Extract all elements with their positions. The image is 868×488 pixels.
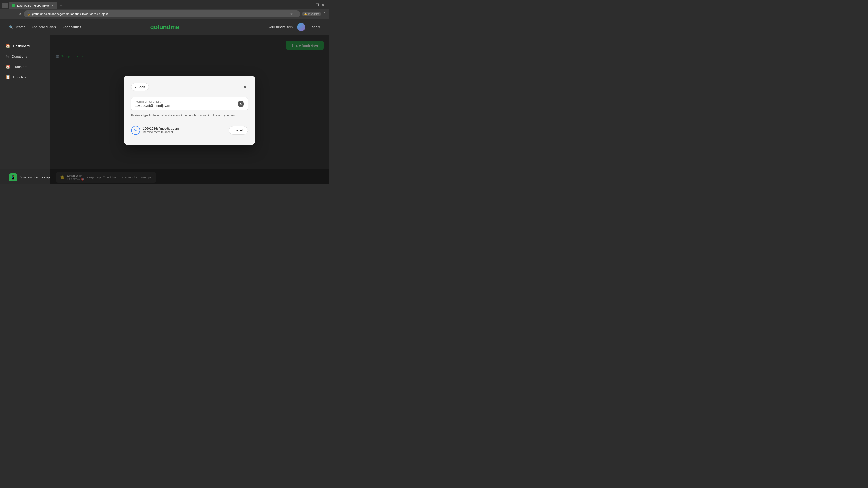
invite-hint-text: Paste or type in the email addresses of …	[131, 113, 248, 118]
maximize-button[interactable]: ❐	[316, 3, 319, 7]
active-tab: Dashboard - GoFundMe ✕	[9, 2, 57, 9]
header-left: 🔍 Search For individuals ▾ For charities	[9, 25, 81, 29]
back-button[interactable]: ‹ Back	[131, 83, 149, 91]
incognito-icon: 🕵	[304, 12, 307, 15]
modal-header: ‹ Back ✕	[131, 83, 248, 91]
sidebar-toggle-icon[interactable]: □	[295, 12, 297, 16]
updates-label: Updates	[13, 75, 26, 79]
mail-icon: ✉	[131, 126, 140, 135]
site-logo: gofundme	[150, 24, 179, 31]
reload-button[interactable]: ↻	[17, 11, 22, 17]
address-right: ☆ □	[290, 12, 297, 16]
user-name[interactable]: Jane ▾	[310, 25, 320, 29]
home-icon: 🏠	[5, 43, 10, 48]
app-download-section: 📱 Download our free app	[9, 173, 52, 182]
url-text: gofundme.com/manage/help-me-fund-raise-f…	[32, 12, 288, 15]
sidebar-item-dashboard[interactable]: 🏠 Dashboard	[0, 41, 50, 51]
incognito-badge: 🕵 Incognito	[302, 12, 321, 16]
sidebar-item-donations[interactable]: ◎ Donations	[0, 51, 50, 61]
download-label[interactable]: Download our free app	[20, 175, 52, 179]
search-link[interactable]: 🔍 Search	[9, 25, 26, 29]
donations-label: Donations	[12, 55, 27, 58]
clear-email-button[interactable]: ✕	[238, 101, 244, 107]
incognito-label: Incognito	[308, 12, 319, 15]
invite-modal: ‹ Back ✕ Team member emails 1969293d@moo…	[124, 76, 255, 145]
sidebar: 🏠 Dashboard ◎ Donations 🏠 Transfers 📋 Up…	[0, 35, 50, 184]
your-fundraisers-link[interactable]: Your fundraisers	[268, 25, 293, 29]
minimize-button[interactable]: ─	[311, 3, 313, 7]
invited-row: ✉ 1969293d@moodjoy.com Remind them to ac…	[131, 123, 248, 138]
invited-info: 1969293d@moodjoy.com Remind them to acce…	[143, 127, 226, 134]
app-icon: 📱	[9, 173, 17, 182]
search-label: Search	[15, 25, 26, 29]
tab-title: Dashboard - GoFundMe	[17, 4, 49, 7]
user-chevron-icon: ▾	[318, 25, 320, 29]
new-tab-button[interactable]: +	[58, 2, 64, 9]
for-individuals-label: For individuals	[32, 25, 54, 29]
search-icon: 🔍	[9, 25, 13, 29]
for-individuals-nav[interactable]: For individuals ▾	[32, 25, 57, 29]
tab-close-button[interactable]: ✕	[51, 4, 54, 7]
address-bar[interactable]: 🔒 gofundme.com/manage/help-me-fund-raise…	[24, 10, 300, 18]
header-right: Your fundraisers J Jane ▾	[268, 23, 320, 31]
for-charities-nav[interactable]: For charities	[63, 25, 81, 29]
remind-text[interactable]: Remind them to accept	[143, 130, 226, 134]
forward-nav-button[interactable]: →	[10, 11, 16, 17]
page: 🔍 Search For individuals ▾ For charities…	[0, 19, 329, 184]
tab-favicon	[12, 4, 16, 7]
back-nav-button[interactable]: ←	[3, 11, 8, 17]
logo-text: gofundme	[150, 24, 179, 31]
email-input-inner: Team member emails 1969293d@moodjoy.com	[135, 100, 238, 107]
main-layout: 🏠 Dashboard ◎ Donations 🏠 Transfers 📋 Up…	[0, 35, 329, 184]
address-bar-row: ← → ↻ 🔒 gofundme.com/manage/help-me-fund…	[0, 9, 329, 19]
email-input-wrapper[interactable]: Team member emails 1969293d@moodjoy.com …	[131, 97, 248, 110]
bookmark-icon[interactable]: ☆	[290, 12, 293, 16]
browser-menu-button[interactable]: ⋮	[323, 12, 327, 16]
user-avatar: J	[297, 23, 305, 31]
transfers-label: Transfers	[13, 65, 27, 69]
email-field-label: Team member emails	[135, 100, 238, 103]
window-controls: ─ ❐ ✕	[311, 3, 327, 8]
tab-switcher[interactable]: ▼	[2, 3, 8, 8]
email-field-value: 1969293d@moodjoy.com	[135, 104, 238, 107]
sidebar-item-transfers[interactable]: 🏠 Transfers	[0, 61, 50, 72]
sidebar-item-updates[interactable]: 📋 Updates	[0, 72, 50, 82]
donations-icon: ◎	[5, 54, 9, 59]
back-chevron-icon: ‹	[135, 85, 136, 89]
chevron-down-icon: ▾	[55, 25, 56, 29]
invited-email-text: 1969293d@moodjoy.com	[143, 127, 226, 130]
updates-icon: 📋	[5, 74, 10, 79]
content-area: Share fundraiser 🏦 Set up transfers ‹ Ba…	[50, 35, 329, 184]
transfers-notification-dot	[8, 65, 10, 67]
security-icon: 🔒	[27, 12, 30, 15]
close-button[interactable]: ✕	[322, 3, 324, 7]
invited-status-button[interactable]: Invited	[229, 126, 248, 135]
site-header: 🔍 Search For individuals ▾ For charities…	[0, 19, 329, 35]
modal-overlay: ‹ Back ✕ Team member emails 1969293d@moo…	[50, 35, 329, 184]
tab-bar: ▼ Dashboard - GoFundMe ✕ + ─ ❐ ✕	[0, 0, 329, 9]
dashboard-label: Dashboard	[13, 44, 30, 48]
for-charities-label: For charities	[63, 25, 81, 29]
close-modal-button[interactable]: ✕	[242, 84, 248, 91]
back-label: Back	[137, 85, 145, 89]
